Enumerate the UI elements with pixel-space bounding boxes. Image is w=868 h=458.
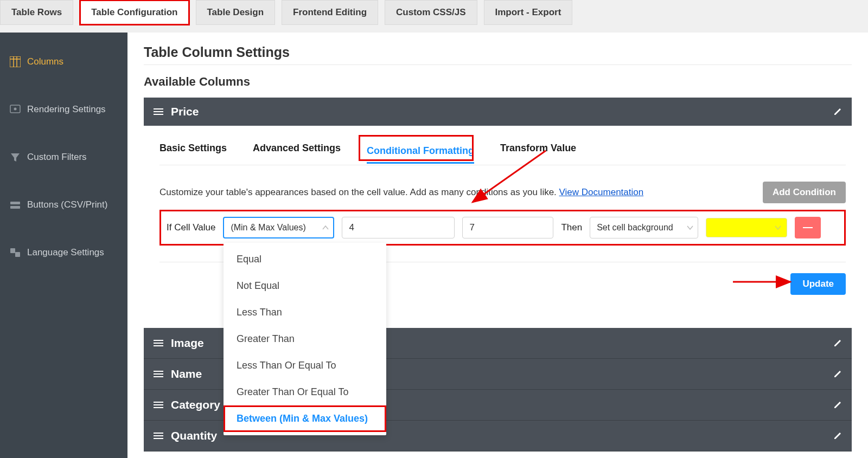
main-content: Table Column Settings Available Columns … xyxy=(127,33,868,458)
section-title: Available Columns xyxy=(144,75,852,89)
add-condition-button[interactable]: Add Condition xyxy=(763,182,846,203)
top-tab-bar: Table Rows Table Configuration Table Des… xyxy=(0,0,868,33)
sidebar-item-rendering[interactable]: Rendering Settings xyxy=(0,96,127,122)
operator-option[interactable]: Not Equal xyxy=(224,273,386,299)
buttons-icon xyxy=(10,199,21,210)
edit-icon[interactable] xyxy=(833,401,842,409)
tab-custom-css-js[interactable]: Custom CSS/JS xyxy=(385,0,477,25)
action-select-value: Set cell background xyxy=(597,223,673,233)
tab-import-export[interactable]: Import - Export xyxy=(484,0,573,25)
operator-select[interactable]: (Min & Max Values) xyxy=(223,217,334,238)
chevron-down-icon xyxy=(775,225,781,230)
drag-handle-icon[interactable] xyxy=(154,401,163,409)
help-text: Customize your table's appearances based… xyxy=(159,187,763,198)
operator-option[interactable]: Equal xyxy=(224,246,386,273)
sidebar-item-buttons[interactable]: Buttons (CSV/Print) xyxy=(0,192,127,218)
chevron-down-icon xyxy=(687,225,693,230)
condition-row: If Cell Value (Min & Max Values) Then Se… xyxy=(159,210,846,246)
operator-dropdown: EqualNot EqualLess ThanGreater ThanLess … xyxy=(224,243,386,435)
svg-rect-0 xyxy=(10,56,21,67)
svg-rect-7 xyxy=(10,206,20,209)
drag-handle-icon[interactable] xyxy=(154,370,163,378)
inner-tabs: Basic Settings Advanced Settings Conditi… xyxy=(159,143,846,165)
sidebar-item-label: Buttons (CSV/Print) xyxy=(27,199,107,210)
drag-handle-icon[interactable] xyxy=(154,108,163,115)
sidebar: Columns Rendering Settings Custom Filter… xyxy=(0,33,127,458)
sidebar-item-label: Rendering Settings xyxy=(27,104,106,115)
panel-title: Price xyxy=(171,105,833,118)
operator-option[interactable]: Less Than Or Equal To xyxy=(224,352,386,379)
inner-tab-advanced[interactable]: Advanced Settings xyxy=(253,143,341,159)
edit-icon[interactable] xyxy=(833,431,842,440)
sidebar-item-filters[interactable]: Custom Filters xyxy=(0,144,127,170)
then-label: Then xyxy=(561,222,582,233)
tab-table-rows[interactable]: Table Rows xyxy=(0,0,73,25)
drag-handle-icon[interactable] xyxy=(154,432,163,440)
sidebar-item-columns[interactable]: Columns xyxy=(0,49,127,75)
columns-icon xyxy=(10,56,21,67)
tab-table-design[interactable]: Table Design xyxy=(196,0,276,25)
update-button[interactable]: Update xyxy=(790,273,846,295)
min-value-input[interactable] xyxy=(342,217,455,238)
sidebar-item-label: Language Settings xyxy=(27,247,104,258)
chevron-up-icon xyxy=(322,225,329,230)
edit-icon[interactable] xyxy=(833,339,842,347)
inner-tab-basic[interactable]: Basic Settings xyxy=(159,143,227,159)
action-select[interactable]: Set cell background xyxy=(590,217,698,238)
operator-option[interactable]: Greater Than Or Equal To xyxy=(224,379,386,405)
color-picker[interactable] xyxy=(706,218,787,237)
rendering-icon xyxy=(10,104,21,115)
max-value-input[interactable] xyxy=(462,217,553,238)
tab-frontend-editing[interactable]: Frontend Editing xyxy=(282,0,378,25)
inner-tab-conditional[interactable]: Conditional Formatting xyxy=(367,145,474,164)
remove-condition-button[interactable] xyxy=(795,217,821,238)
sidebar-item-label: Columns xyxy=(27,56,63,67)
column-panel-price[interactable]: Price xyxy=(144,98,852,126)
edit-icon[interactable] xyxy=(833,370,842,378)
drag-handle-icon[interactable] xyxy=(154,339,163,347)
edit-icon[interactable] xyxy=(833,107,842,116)
inner-tab-transform[interactable]: Transform Value xyxy=(500,143,576,159)
svg-rect-8 xyxy=(10,248,15,253)
sidebar-item-language[interactable]: Language Settings xyxy=(0,240,127,266)
operator-select-value: (Min & Max Values) xyxy=(231,223,305,233)
page-title: Table Column Settings xyxy=(144,44,852,60)
svg-point-5 xyxy=(14,108,17,111)
view-documentation-link[interactable]: View Documentation xyxy=(559,187,644,197)
annotation-arrow xyxy=(732,274,797,289)
operator-option[interactable]: Less Than xyxy=(224,299,386,326)
svg-rect-6 xyxy=(10,202,20,204)
filter-icon xyxy=(10,152,21,163)
sidebar-item-label: Custom Filters xyxy=(27,152,87,163)
operator-option[interactable]: Greater Than xyxy=(224,326,386,352)
tab-table-configuration[interactable]: Table Configuration xyxy=(80,0,189,25)
language-icon xyxy=(10,247,21,258)
operator-option[interactable]: Between (Min & Max Values) xyxy=(224,405,386,432)
svg-rect-9 xyxy=(15,252,20,257)
if-cell-value-label: If Cell Value xyxy=(167,222,215,233)
